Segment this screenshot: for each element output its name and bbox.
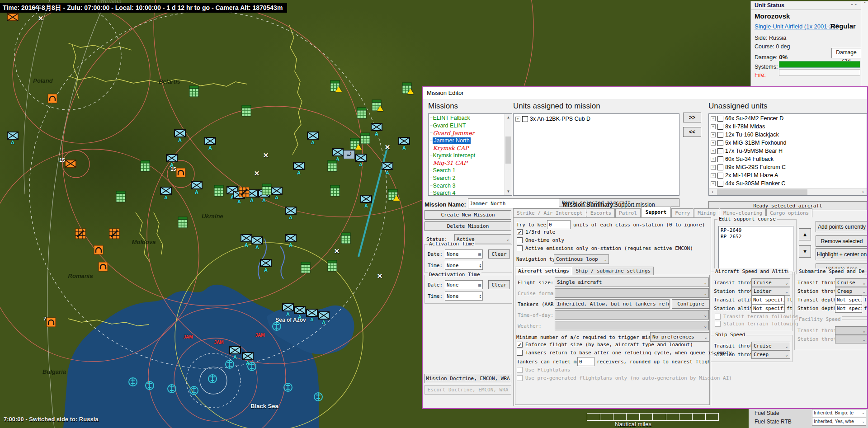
activation-clear-button[interactable]: Clear <box>488 249 510 259</box>
nav-type-combo[interactable]: Continous loop⌄ <box>554 254 609 264</box>
aircraft-icon[interactable]: A <box>160 187 172 195</box>
aircraft-icon[interactable]: A <box>355 154 367 162</box>
aircraft-icon[interactable]: A <box>251 236 263 245</box>
tab-mining[interactable]: Mining <box>694 208 719 217</box>
facility-icon[interactable] <box>327 260 337 272</box>
flight-size-combo[interactable]: Single aircraft⌄ <box>555 277 709 287</box>
facility-icon[interactable] <box>301 262 311 273</box>
unit-type-link[interactable]: Single-Unit Airfield (1x 2001-260 <box>755 23 839 30</box>
ship-icon[interactable] <box>313 391 323 403</box>
activation-time-input[interactable]: None▲▼ <box>445 261 483 270</box>
remove-selected-button[interactable]: Remove selected <box>816 235 868 247</box>
return-waypoint-icon[interactable]: ⤾ <box>343 150 355 159</box>
unit-tree-item[interactable]: +89x MiG-29S Fulcrum C <box>709 163 867 171</box>
unit-tree-item[interactable]: +2x Mi-14PLM Haze A <box>709 171 867 179</box>
aircraft-icon[interactable]: A <box>293 162 305 170</box>
hostile-aircraft-icon[interactable]: 15 <box>65 160 76 168</box>
collapse-chevron-icon[interactable]: ⌃⌃ <box>850 3 858 8</box>
deactivation-clear-button[interactable]: Clear <box>488 280 510 289</box>
facility-icon[interactable] <box>116 191 126 202</box>
hostile-jammer-icon[interactable] <box>239 187 250 198</box>
refuel-input[interactable]: 0 <box>577 357 594 366</box>
subtab-aircraft-settings[interactable]: Aircraft settings <box>515 267 572 275</box>
aircraft-icon[interactable]: A <box>282 303 294 311</box>
hostile-sam-icon[interactable] <box>94 245 104 255</box>
facility-icon[interactable] <box>214 185 224 197</box>
speed-combo[interactable]: Cruise⌄ <box>751 278 790 287</box>
unit-tree-item[interactable]: +44x Su-30SM Flanker C <box>709 179 867 188</box>
ship-icon[interactable] <box>208 373 217 385</box>
move-point-down-button[interactable]: ▼ <box>799 245 811 258</box>
facility-icon[interactable] <box>327 160 337 172</box>
aircraft-icon[interactable]: A <box>306 309 318 317</box>
hostile-sam-icon[interactable]: 15 <box>176 168 186 178</box>
facility-icon[interactable] <box>330 80 340 92</box>
mission-item[interactable]: ┄Search 1 <box>429 167 505 174</box>
speed-input[interactable]: Not specified <box>835 304 862 313</box>
aircraft-icon[interactable]: A <box>191 181 203 189</box>
unit-tree-item[interactable]: +66x Su-24M2 Fencer D <box>709 114 867 122</box>
unit-status-header[interactable]: Unit Status ⌃⌃ <box>751 1 861 10</box>
mission-item[interactable]: ┄Search 4 <box>429 189 505 196</box>
missions-list[interactable]: ┄ELINT Falback┄Gvard ELINT┄Gvard Jammer┄… <box>428 113 512 196</box>
mission-item[interactable]: ┄Mig-31 CAP <box>429 160 505 167</box>
mission-item[interactable]: ┄Krymsk Intercept <box>429 152 505 160</box>
hostile-sam-icon[interactable] <box>47 94 57 103</box>
min-trigger-combo[interactable]: No preferences⌄ <box>650 332 709 342</box>
missions-scrollbar[interactable]: ▲ ▼ <box>505 114 512 195</box>
tryto-input[interactable]: 0 <box>547 220 571 229</box>
hostile-jammer-icon[interactable] <box>109 228 120 239</box>
aircraft-icon[interactable]: A <box>242 352 254 360</box>
aircraft-icon[interactable]: A <box>332 148 344 156</box>
speed-combo[interactable]: Loiter⌄ <box>751 287 790 296</box>
subtab-ship-submarine-settings[interactable]: Ship / submarine settings <box>573 267 654 275</box>
unit-panel-scrollbar[interactable]: ⌃ <box>861 1 868 87</box>
checkbox-1-3rd-rule[interactable]: ✓1/3rd rule <box>517 229 555 235</box>
doctrine-combo[interactable]: Inherited, Bingo: te⌄ <box>812 409 866 417</box>
checkbox-tankers-return-to-base-a[interactable]: Tankers return to base after one refueli… <box>517 350 732 356</box>
speed-input[interactable]: Not specified <box>751 304 785 313</box>
create-mission-button[interactable]: Create New Mission <box>425 210 511 220</box>
facility-icon[interactable] <box>262 183 272 195</box>
unassigned-units-list[interactable]: +66x Su-24M2 Fencer D+8x Il-78M Midas+12… <box>708 113 867 196</box>
mission-item[interactable]: ┄Search 3 <box>429 182 505 189</box>
reference-point-icon[interactable]: ✕ <box>254 170 260 177</box>
move-point-up-button[interactable]: ▲ <box>799 228 811 240</box>
mission-item[interactable]: ┄Krymsk CAP <box>429 144 505 152</box>
configure-button[interactable]: Configure <box>672 299 710 309</box>
hostile-sam-icon[interactable] <box>98 262 108 272</box>
aircraft-icon[interactable]: A <box>398 137 410 145</box>
aircraft-icon[interactable]: A <box>7 132 19 140</box>
facility-icon[interactable] <box>330 185 340 197</box>
tab-patrol[interactable]: Patrol <box>615 208 641 217</box>
unassign-units-button[interactable]: << <box>683 127 701 137</box>
unassigned-hscrollbar[interactable]: ‹ › <box>709 188 867 195</box>
unit-tree-item[interactable]: +60x Su-34 Fullback <box>709 155 867 163</box>
ship-icon[interactable] <box>272 320 282 332</box>
aircraft-icon[interactable]: A <box>318 311 330 320</box>
ship-icon[interactable] <box>247 361 257 372</box>
aircraft-icon[interactable]: A <box>166 154 178 162</box>
speed-combo[interactable]: Cruise⌄ <box>835 278 868 287</box>
facility-icon[interactable] <box>189 85 199 97</box>
facility-icon[interactable] <box>140 160 150 172</box>
hostile-sam-icon[interactable]: 7 <box>46 317 56 327</box>
speed-combo[interactable]: Creep⌄ <box>751 350 790 359</box>
aircraft-icon[interactable]: A <box>174 129 186 137</box>
aircraft-icon[interactable]: A <box>271 187 283 195</box>
hostile-jammer-icon[interactable] <box>75 228 86 239</box>
mission-item[interactable]: ┄Search 2 <box>429 174 505 182</box>
facility-icon[interactable] <box>341 232 351 244</box>
hostile-aircraft-icon[interactable] <box>7 13 19 21</box>
unit-tree-item[interactable]: +12x Tu-160 Blackjack <box>709 131 867 139</box>
facility-icon[interactable] <box>360 132 370 144</box>
activation-date-input[interactable]: None▦ <box>445 249 483 259</box>
checkbox-active-emissions-only-on[interactable]: Active emissions only on-station (requir… <box>517 245 693 251</box>
unit-tree-item[interactable]: +8x Il-78M Midas <box>709 122 867 131</box>
tab-support[interactable]: Support <box>641 207 671 217</box>
ship-icon[interactable] <box>225 358 235 370</box>
mission-item[interactable]: ┄Gvard Jammer <box>429 129 505 137</box>
assign-units-button[interactable]: >> <box>683 113 701 122</box>
tankers-combo[interactable]: Inherited, Allow, but not tankers refuel… <box>555 299 670 309</box>
aircraft-icon[interactable]: A <box>204 137 216 145</box>
